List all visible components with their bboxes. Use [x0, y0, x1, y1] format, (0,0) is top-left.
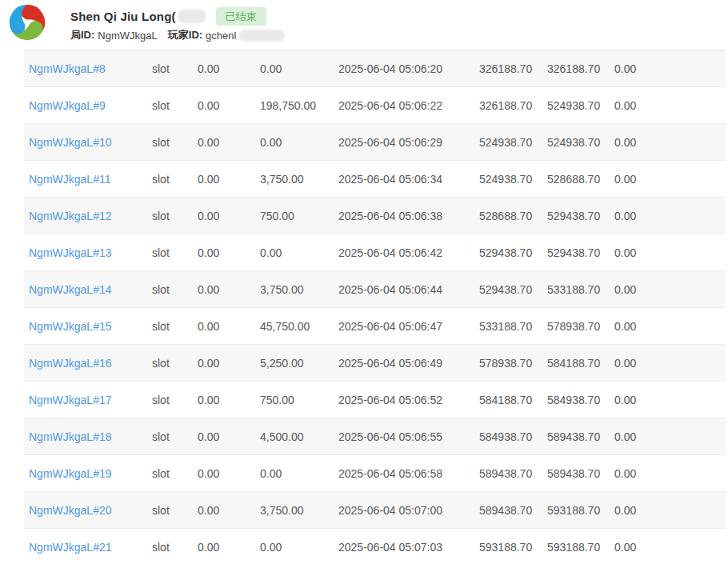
table-row: NgmWJkgaL#19slot0.000.002025-06-04 05:06… [24, 455, 726, 492]
cell-balance_before: 584188.70 [479, 394, 547, 406]
header-text: Shen Qi Jiu Long( 已结束 局ID: NgmWJkgaL 玩家I… [70, 7, 285, 42]
round-link[interactable]: NgmWJkgaL#14 [29, 283, 152, 296]
cell-game: slot [152, 357, 198, 370]
cell-balance_after: 326188.70 [547, 62, 614, 75]
player-id-value: gchenl [206, 30, 236, 42]
table-row: NgmWJkgaL#11slot0.003,750.002025-06-04 0… [24, 161, 726, 198]
cell-amount2: 45,750.00 [260, 320, 338, 333]
round-link[interactable]: NgmWJkgaL#16 [29, 357, 152, 370]
cell-amount1: 0.00 [198, 320, 260, 333]
cell-amount1: 0.00 [198, 467, 260, 480]
round-header: Shen Qi Jiu Long( 已结束 局ID: NgmWJkgaL 玩家I… [0, 0, 728, 50]
round-link[interactable]: NgmWJkgaL#13 [29, 246, 152, 259]
header-line1: Shen Qi Jiu Long( 已结束 [70, 7, 285, 25]
round-link[interactable]: NgmWJkgaL#9 [29, 99, 152, 112]
cell-amount2: 3,750.00 [260, 173, 338, 186]
cell-time: 2025-06-04 05:07:00 [338, 504, 479, 517]
cell-balance_after: 584938.70 [547, 394, 614, 406]
cell-balance_before: 589438.70 [479, 467, 547, 480]
cell-amount3: 0.00 [614, 283, 726, 296]
cell-amount1: 0.00 [198, 210, 260, 222]
table-row: NgmWJkgaL#14slot0.003,750.002025-06-04 0… [24, 271, 726, 308]
round-link[interactable]: NgmWJkgaL#21 [29, 541, 152, 554]
cell-amount2: 4,500.00 [260, 430, 338, 443]
cell-amount1: 0.00 [198, 246, 260, 259]
cell-amount3: 0.00 [614, 136, 726, 149]
cell-time: 2025-06-04 05:07:03 [338, 541, 479, 554]
cell-balance_before: 584938.70 [479, 430, 547, 443]
cell-game: slot [152, 283, 198, 296]
cell-balance_after: 528688.70 [547, 173, 614, 186]
cell-amount3: 0.00 [614, 246, 726, 259]
cell-balance_before: 589438.70 [479, 504, 547, 517]
cell-time: 2025-06-04 05:06:34 [338, 173, 479, 186]
redacted-game-name [178, 10, 206, 23]
cell-balance_after: 578938.70 [547, 320, 614, 333]
cell-game: slot [152, 99, 198, 112]
round-link[interactable]: NgmWJkgaL#19 [29, 467, 152, 480]
rounds-table: NgmWJkgaL#8slot0.000.002025-06-04 05:06:… [24, 50, 726, 564]
game-title: Shen Qi Jiu Long( [70, 10, 176, 23]
cell-time: 2025-06-04 05:06:52 [338, 394, 479, 406]
round-link[interactable]: NgmWJkgaL#11 [29, 173, 152, 186]
cell-game: slot [152, 320, 198, 333]
cell-amount1: 0.00 [198, 357, 260, 370]
cell-balance_before: 529438.70 [479, 246, 547, 259]
cell-amount3: 0.00 [614, 62, 726, 75]
cell-time: 2025-06-04 05:06:49 [338, 357, 479, 370]
round-link[interactable]: NgmWJkgaL#18 [29, 430, 152, 443]
round-link[interactable]: NgmWJkgaL#15 [29, 320, 152, 333]
cell-game: slot [152, 173, 198, 186]
cell-amount1: 0.00 [198, 283, 260, 296]
cell-game: slot [152, 210, 198, 222]
cell-amount3: 0.00 [614, 320, 726, 333]
cell-time: 2025-06-04 05:06:42 [338, 246, 479, 259]
round-link[interactable]: NgmWJkgaL#12 [29, 210, 152, 222]
cell-amount2: 3,750.00 [260, 504, 338, 517]
cell-amount1: 0.00 [198, 136, 260, 149]
round-link[interactable]: NgmWJkgaL#8 [29, 62, 152, 75]
cell-balance_after: 533188.70 [547, 283, 614, 296]
player-id-label: 玩家ID: [168, 28, 202, 42]
cell-game: slot [152, 394, 198, 406]
cell-amount2: 0.00 [260, 62, 338, 75]
table-row: NgmWJkgaL#13slot0.000.002025-06-04 05:06… [24, 234, 726, 271]
round-link[interactable]: NgmWJkgaL#20 [29, 504, 152, 517]
cell-balance_before: 533188.70 [479, 320, 547, 333]
app-logo [8, 3, 46, 42]
cell-time: 2025-06-04 05:06:55 [338, 430, 479, 443]
round-link[interactable]: NgmWJkgaL#10 [29, 136, 152, 149]
cell-balance_before: 578938.70 [479, 357, 547, 370]
redacted-player-id [238, 30, 285, 42]
cell-balance_after: 584188.70 [547, 357, 614, 370]
round-link[interactable]: NgmWJkgaL#17 [29, 394, 152, 406]
cell-balance_before: 593188.70 [479, 541, 547, 554]
cell-amount2: 0.00 [260, 246, 338, 259]
cell-amount2: 5,250.00 [260, 357, 338, 370]
cell-time: 2025-06-04 05:06:29 [338, 136, 479, 149]
header-line2: 局ID: NgmWJkgaL 玩家ID: gchenl [70, 28, 285, 42]
cell-balance_before: 524938.70 [479, 136, 547, 149]
cell-amount1: 0.00 [198, 504, 260, 517]
cell-balance_after: 593188.70 [547, 504, 614, 517]
cell-balance_before: 529438.70 [479, 283, 547, 296]
cell-time: 2025-06-04 05:06:38 [338, 210, 479, 222]
table-row: NgmWJkgaL#8slot0.000.002025-06-04 05:06:… [24, 50, 726, 87]
cell-balance_before: 528688.70 [479, 210, 547, 222]
cell-amount1: 0.00 [198, 394, 260, 406]
cell-amount2: 0.00 [260, 467, 338, 480]
cell-amount2: 3,750.00 [260, 283, 338, 296]
table-row: NgmWJkgaL#17slot0.00750.002025-06-04 05:… [24, 382, 726, 418]
cell-time: 2025-06-04 05:06:58 [338, 467, 479, 480]
cell-time: 2025-06-04 05:06:44 [338, 283, 479, 296]
table-row: NgmWJkgaL#15slot0.0045,750.002025-06-04 … [24, 308, 726, 345]
cell-amount3: 0.00 [614, 467, 726, 480]
cell-balance_after: 524938.70 [547, 136, 614, 149]
cell-game: slot [152, 467, 198, 480]
cell-game: slot [152, 541, 198, 554]
round-id-value: NgmWJkgaL [98, 30, 157, 42]
cell-amount3: 0.00 [614, 394, 726, 406]
cell-amount3: 0.00 [614, 99, 726, 112]
table-row: NgmWJkgaL#21slot0.000.002025-06-04 05:07… [24, 529, 726, 564]
cell-game: slot [152, 430, 198, 443]
